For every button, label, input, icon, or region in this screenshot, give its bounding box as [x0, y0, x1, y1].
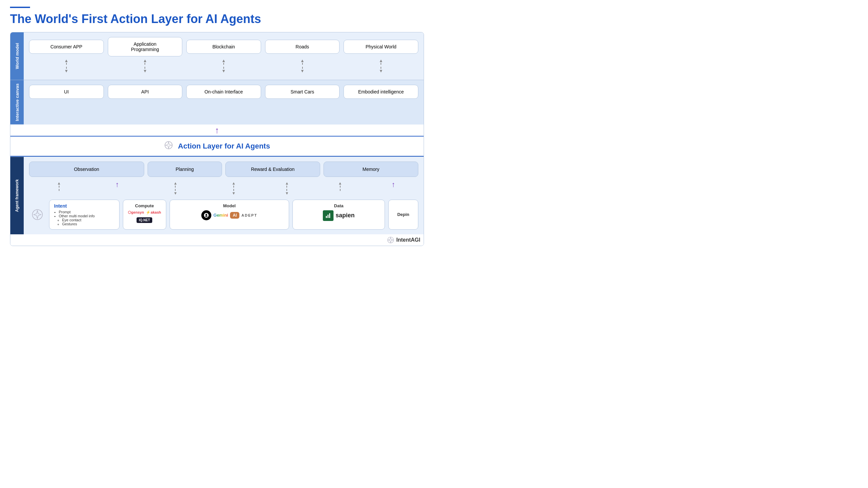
- world-model-content: Consumer APP ApplicationProgramming Bloc…: [24, 32, 424, 80]
- logo-sapien: sapien: [336, 212, 354, 219]
- compute-label: Compute: [135, 203, 154, 208]
- box-onchain: On-chain Interface: [186, 85, 261, 99]
- agent-arrows-row: ▲ ↑ ▲ ▼ ▲ ▼: [29, 180, 418, 197]
- dbl-arrow-5: ▲ ▼: [379, 58, 383, 73]
- agent-arrow-compute-col: ↑: [92, 181, 142, 196]
- arrow-slot-5: ▲ ▼: [344, 58, 418, 73]
- arrow-slot-3: ▲ ▼: [186, 58, 261, 73]
- box-blockchain: Blockchain: [186, 40, 261, 54]
- svg-rect-4: [326, 216, 327, 218]
- dbl-arrow-3: ▲ ▼: [222, 58, 226, 73]
- box-smart-cars: Smart Cars: [265, 85, 340, 99]
- box-consumer-app: Consumer APP: [29, 40, 104, 54]
- depin-label: Depin: [397, 212, 409, 217]
- agent-arrow-reward1-col: ▲ ▼: [209, 181, 258, 196]
- box-intent: Intent Prompt Other multi model info Eye…: [49, 200, 120, 230]
- arrow-slot-4: ▲ ▼: [265, 58, 340, 73]
- iqnet-text: IQ.NET: [136, 217, 152, 223]
- action-layer-icon: [164, 140, 173, 152]
- interactive-canvas-boxes: UI API On-chain Interface Smart Cars Emb…: [29, 85, 418, 99]
- intent-list: Prompt Other multi model info Eye contac…: [54, 210, 115, 226]
- arrow-up-1: ▲: [64, 58, 68, 63]
- box-embodied: Embodied intelligence: [344, 85, 418, 99]
- svg-marker-3: [34, 210, 41, 219]
- box-planning: Planning: [148, 162, 222, 177]
- intent-item-gestures: Gestures: [62, 222, 115, 226]
- world-model-section: World model Consumer APP ApplicationProg…: [10, 32, 424, 80]
- footer-brand: IntentAGI: [10, 234, 424, 246]
- box-app-programming: ApplicationProgramming: [108, 37, 183, 56]
- logo-gensyn: ⬡gensyn: [128, 210, 144, 215]
- box-data: Data sapien: [292, 200, 385, 230]
- svg-marker-8: [388, 237, 394, 243]
- logo-gemini: Gemini: [213, 213, 228, 218]
- arrow-slot-1: ▲ ▼: [29, 58, 104, 73]
- agi-logo-icon: [31, 208, 43, 221]
- data-logos: sapien: [323, 210, 354, 221]
- svg-rect-5: [328, 215, 329, 218]
- agent-arrow-reward2-col: ▲ ▼: [262, 181, 312, 196]
- box-observation: Observation: [29, 162, 144, 177]
- compute-purple-arrow: ↑: [116, 181, 119, 188]
- arrow-down-5: ▼: [379, 69, 383, 73]
- logo-data-icon: [323, 210, 334, 221]
- model-logos: Gemini AI ADEPT: [201, 210, 257, 220]
- agent-framework-label: Agent framework: [10, 157, 24, 234]
- header-accent-line: [10, 7, 30, 8]
- intent-item-eye: Eye contact: [62, 218, 115, 222]
- action-connector: ↑: [10, 125, 424, 136]
- logo-iqnet: IQ.NET: [136, 217, 152, 223]
- svg-marker-1: [165, 142, 172, 149]
- diagram-wrapper: World model Consumer APP ApplicationProg…: [10, 32, 424, 246]
- box-memory: Memory: [323, 162, 418, 177]
- action-layer-title: Action Layer for AI Agents: [178, 142, 270, 151]
- data-label: Data: [334, 203, 344, 208]
- logo-openai: [201, 210, 211, 220]
- agent-bottom-row: Intent Prompt Other multi model info Eye…: [29, 200, 418, 230]
- interactive-canvas-label: Interactive canvas: [10, 80, 24, 125]
- intent-item-multi: Other multi model info: [59, 214, 115, 218]
- agi-icon-col: [29, 200, 46, 230]
- box-compute: Compute ⬡gensyn ⚡akash IQ.NET: [123, 200, 166, 230]
- interactive-canvas-content: UI API On-chain Interface Smart Cars Emb…: [24, 80, 424, 125]
- agent-framework-section: Agent framework Observation Planning Rew…: [10, 157, 424, 234]
- world-model-boxes: Consumer APP ApplicationProgramming Bloc…: [29, 37, 418, 56]
- logo-adept: ADEPT: [241, 213, 257, 217]
- agent-arrow-planning-col: ▲ ▼: [146, 181, 205, 196]
- intent-title: Intent: [54, 203, 115, 208]
- footer-agi-icon: [387, 236, 394, 244]
- agent-top-boxes: Observation Planning Reward & Evaluation…: [29, 162, 418, 177]
- box-reward: Reward & Evaluation: [225, 162, 320, 177]
- action-up-arrow: ↑: [215, 126, 219, 134]
- logo-ai: AI: [230, 212, 239, 219]
- world-model-label: World model: [10, 32, 24, 80]
- box-model: Model Gemini AI ADEPT: [169, 200, 289, 230]
- compute-logos: ⬡gensyn ⚡akash: [128, 210, 161, 215]
- arrow-slot-2: ▲ ▼: [108, 58, 183, 73]
- agent-arrow-intent-col: ▲: [29, 181, 89, 196]
- model-label: Model: [223, 203, 236, 208]
- box-depin: Depin: [388, 200, 418, 230]
- agent-arrow-depin-col: ↑: [369, 181, 418, 196]
- box-api: API: [108, 85, 183, 99]
- dbl-arrow-4: ▲ ▼: [300, 58, 305, 73]
- svg-rect-6: [329, 213, 330, 218]
- depin-purple-arrow: ↑: [392, 181, 395, 188]
- box-physical-world: Physical World: [344, 40, 418, 54]
- agent-framework-content: Observation Planning Reward & Evaluation…: [24, 157, 424, 234]
- dbl-arrow-1: ▲ ▼: [64, 58, 68, 73]
- action-layer-section: Action Layer for AI Agents: [10, 136, 424, 157]
- footer-brand-name: IntentAGI: [396, 237, 420, 243]
- box-roads: Roads: [265, 40, 340, 54]
- page-title: The World's First Action Layer for AI Ag…: [10, 12, 424, 26]
- box-ui: UI: [29, 85, 104, 99]
- arrow-down-4: ▼: [300, 69, 305, 73]
- dbl-arrow-2: ▲ ▼: [143, 58, 147, 73]
- arrow-up-4: ▲: [300, 58, 305, 63]
- arrows-wm-ic: ▲ ▼ ▲ ▼ ▲ ▼: [29, 56, 418, 75]
- arrow-up-3: ▲: [222, 58, 226, 63]
- logo-akash: ⚡akash: [146, 210, 161, 215]
- arrow-up-5: ▲: [379, 58, 383, 63]
- arrow-up-2: ▲: [143, 58, 147, 63]
- arrow-down-2: ▼: [143, 69, 147, 73]
